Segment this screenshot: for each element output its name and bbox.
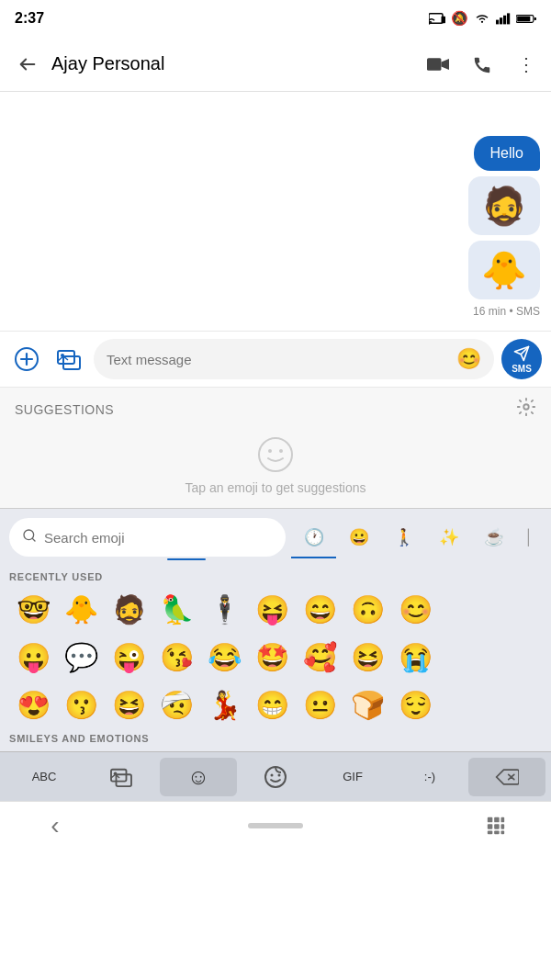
add-attachment-button[interactable] [9,342,44,377]
svg-rect-4 [500,17,502,24]
suggestions-hint-text: Tap an emoji to get suggestions [186,480,366,495]
emoji-cell[interactable]: 😗 [57,681,105,727]
emoji-cell[interactable]: 💃 [200,681,248,727]
emoji-cell[interactable]: 🍞 [343,681,391,727]
message-text-hello: Hello [490,145,523,161]
suggestions-label: Suggestions [15,402,114,417]
emoji-row-3: 😍 😗 😆 🤕 💃 😁 😐 🍞 😌 [9,681,542,727]
send-button[interactable]: SMS [501,339,542,379]
emoji-grid-area: RECENTLY USED 🤓 🐥 🧔 🦜 🕴️ 😝 😄 🙃 😊 😛 💬 😜 😘… [0,560,551,751]
emoji-category-tabs: 🕐 😀 🚶 ✨ ☕ │ [291,516,542,558]
text-input-wrap[interactable]: 😊 [94,339,494,379]
message-row-chick: 🐥 [11,241,540,299]
emoji-cell[interactable]: 🙃 [343,586,391,632]
emoji-cell[interactable]: 😭 [391,634,439,680]
emoji-cell[interactable]: 🥰 [296,634,343,680]
emoji-search-icon [22,528,37,547]
svg-rect-5 [503,16,506,25]
signal-icon [496,12,511,25]
emoji-cell[interactable]: 🦜 [152,586,200,632]
keyboard-delete-button[interactable] [468,758,545,796]
keyboard-kaomoji-button[interactable]: :-) [391,758,468,796]
input-bar: 😊 SMS [0,331,551,387]
emoji-cell[interactable]: 😄 [296,586,343,632]
message-emoji-chick: 🐥 [481,250,527,290]
emoji-cell[interactable]: 🤓 [9,586,57,632]
message-bubble-beard: 🧔 [468,176,540,235]
emoji-tab-people[interactable]: 🚶 [381,516,426,558]
nav-home-handle[interactable] [248,823,303,828]
svg-rect-2 [442,17,446,24]
emoji-tab-more[interactable]: │ [516,516,542,558]
emoji-cell[interactable]: 😂 [200,634,248,680]
emoji-cell[interactable]: 😛 [9,634,57,680]
battery-icon [516,13,536,25]
gallery-button[interactable] [51,342,86,377]
emoji-row-2: 😛 💬 😜 😘 😂 🤩 🥰 😆 😭 [9,634,542,680]
smiley-face-icon [257,436,294,473]
phone-call-button[interactable] [468,51,496,78]
status-time: 2:37 [15,10,44,27]
svg-rect-30 [501,817,505,822]
message-bubble-hello: Hello [474,136,540,171]
emoji-cell[interactable]: 🕴️ [200,586,248,632]
emoji-cell[interactable]: 😊 [391,586,439,632]
keyboard-abc-button[interactable]: ABC [6,758,83,796]
status-icons: 🔕 [429,10,536,27]
emoji-cell[interactable]: 😆 [343,634,391,680]
keyboard-gif-button[interactable]: GIF [314,758,391,796]
emoji-cell[interactable]: 💬 [57,634,105,680]
emoji-cell[interactable]: 😜 [105,634,152,680]
emoji-cell[interactable]: 😍 [9,681,57,727]
svg-rect-36 [501,830,505,834]
suggestions-header: Suggestions [15,397,536,422]
keyboard-sticker-button[interactable] [237,758,314,796]
emoji-tab-smiley[interactable]: 😀 [336,516,381,558]
nav-back-button[interactable]: ‹ [37,807,73,844]
suggestions-settings-button[interactable] [516,397,536,422]
emoji-search-box[interactable] [9,518,286,557]
nav-overview-button[interactable] [478,807,514,844]
emoji-tab-food[interactable]: ☕ [471,516,516,558]
more-options-button[interactable]: ⋮ [512,51,540,78]
nav-bar: ‹ [0,801,551,849]
keyboard-emoji-button[interactable]: ☺ [160,758,237,796]
emoji-top-row: 🕐 😀 🚶 ✨ ☕ │ [0,509,551,558]
svg-rect-8 [517,16,530,21]
svg-rect-6 [507,13,510,24]
svg-rect-35 [494,830,500,834]
cast-icon [429,12,445,25]
keyboard-gallery-button[interactable] [83,758,160,796]
text-message-input[interactable] [107,352,449,367]
svg-rect-32 [494,824,500,829]
emoji-cell[interactable]: 😌 [391,681,439,727]
svg-rect-34 [488,830,493,834]
emoji-cell[interactable]: 🐥 [57,586,105,632]
back-button[interactable] [11,48,44,81]
emoji-cell[interactable]: 🤩 [248,634,296,680]
emoji-tab-recent[interactable]: 🕐 [291,516,336,558]
emoji-cell[interactable]: 😐 [296,681,343,727]
smileys-emotions-label: SMILEYS AND EMOTIONS [9,733,542,744]
emoji-cell[interactable]: 🧔 [105,586,152,632]
emoji-tab-objects[interactable]: ✨ [426,516,471,558]
svg-rect-3 [496,20,499,25]
keyboard-bottom-bar: ABC ☺ GIF :-) [0,751,551,801]
emoji-cell[interactable]: 😁 [248,681,296,727]
emoji-button-in-input[interactable]: 😊 [456,347,481,371]
svg-rect-28 [488,817,493,822]
message-timestamp: 16 min • SMS [11,305,540,318]
suggestions-content: Tap an emoji to get suggestions [15,436,536,495]
mute-icon: 🔕 [451,10,468,27]
video-call-button[interactable] [424,51,452,78]
emoji-cell[interactable]: 😝 [248,586,296,632]
emoji-search-input[interactable] [44,530,273,546]
message-emoji-beard: 🧔 [481,186,527,226]
suggestions-bar: Suggestions Tap an emoji to get suggesti… [0,387,551,508]
svg-rect-29 [494,817,500,822]
emoji-cell[interactable]: 😆 [105,681,152,727]
emoji-cell[interactable]: 😘 [152,634,200,680]
emoji-cell[interactable]: 🤕 [152,681,200,727]
svg-rect-10 [427,58,441,71]
emoji-row-1: 🤓 🐥 🧔 🦜 🕴️ 😝 😄 🙃 😊 [9,586,542,632]
